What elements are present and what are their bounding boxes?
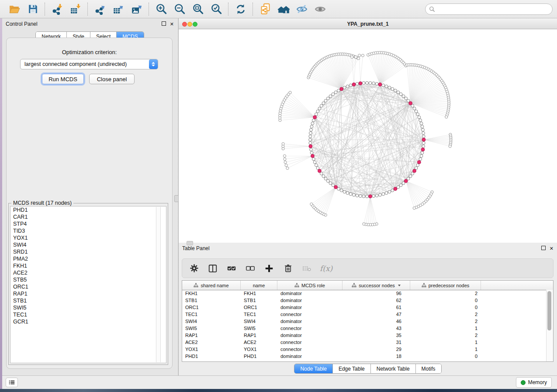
list-item[interactable]: PHD1 bbox=[10, 206, 166, 213]
table-row[interactable]: SWI4SWI4 dominator46 2 bbox=[182, 318, 553, 325]
select-all-rows-button[interactable] bbox=[226, 263, 237, 274]
search-input[interactable] bbox=[435, 6, 549, 13]
table-row[interactable]: FKH1FKH1 dominator96 2 bbox=[182, 290, 553, 297]
first-neighbors-button[interactable] bbox=[276, 2, 291, 17]
list-item[interactable]: TEC1 bbox=[10, 311, 166, 318]
criterion-dropdown[interactable]: largest connected component (undirected) bbox=[20, 59, 158, 69]
list-scrollbar[interactable] bbox=[156, 207, 161, 362]
table-settings-button[interactable] bbox=[188, 263, 200, 274]
create-column-button[interactable] bbox=[263, 263, 275, 274]
memory-label: Memory bbox=[528, 379, 547, 385]
table-row[interactable]: ACE2ACE2 connector31 1 bbox=[182, 339, 553, 346]
list-item[interactable]: FKH1 bbox=[10, 262, 166, 269]
list-item[interactable]: GCR1 bbox=[10, 318, 166, 325]
mcds-tab-content: Optimization criterion: largest connecte… bbox=[6, 38, 173, 369]
show-columns-button[interactable] bbox=[207, 263, 218, 274]
column-header-successor-nodes[interactable]: successor nodes bbox=[343, 281, 410, 290]
close-panel-icon[interactable]: ✕ bbox=[170, 22, 174, 27]
table-row[interactable]: PHD1PHD1 dominator18 0 bbox=[182, 353, 553, 360]
table-row[interactable]: STB1STB1 dominator62 0 bbox=[182, 297, 553, 304]
horizontal-splitter-grip[interactable] bbox=[187, 241, 193, 245]
list-item[interactable]: ORC1 bbox=[10, 283, 166, 290]
column-header-predecessor-nodes[interactable]: predecessor nodes bbox=[410, 281, 481, 290]
close-panel-button[interactable]: Close panel bbox=[89, 74, 135, 84]
select-all-checkboxes-icon bbox=[227, 264, 236, 273]
zoom-in-button[interactable] bbox=[154, 2, 169, 17]
mcds-result-title: MCDS result (17 nodes) bbox=[11, 200, 73, 206]
zoom-selected-icon bbox=[211, 3, 222, 15]
refresh-button[interactable] bbox=[233, 2, 248, 17]
import-table-button[interactable] bbox=[68, 2, 83, 17]
column-label: predecessor nodes bbox=[429, 283, 470, 288]
fit-content-button[interactable] bbox=[190, 2, 205, 17]
list-item[interactable]: ACE2 bbox=[10, 269, 166, 276]
table-row[interactable]: SWI5SWI5 connector43 1 bbox=[182, 325, 553, 332]
list-item[interactable]: RAP1 bbox=[10, 290, 166, 297]
column-header-shared-name[interactable]: shared name bbox=[182, 281, 241, 290]
table-row[interactable]: RAP1RAP1 dominator35 2 bbox=[182, 332, 553, 339]
plus-icon bbox=[264, 264, 274, 273]
network-canvas[interactable] bbox=[179, 29, 557, 243]
table-row[interactable]: TEC1TEC1 connector47 2 bbox=[182, 311, 553, 318]
clone-network-button[interactable] bbox=[258, 2, 273, 17]
import-network-button[interactable] bbox=[50, 2, 65, 17]
open-file-button[interactable] bbox=[7, 2, 22, 17]
close-panel-icon[interactable]: ✕ bbox=[550, 246, 554, 251]
delete-table-button-disabled bbox=[301, 263, 312, 274]
list-item[interactable]: SWI5 bbox=[10, 304, 166, 311]
tab-node-table[interactable]: Node Table bbox=[294, 364, 333, 373]
column-header-mcds-role[interactable]: MCDS role bbox=[277, 281, 343, 290]
list-item[interactable]: PMA2 bbox=[10, 255, 166, 262]
table-header-row: shared name name MCDS role bbox=[182, 281, 553, 290]
zoom-selected-button[interactable] bbox=[209, 2, 224, 17]
column-label: name bbox=[253, 283, 265, 288]
list-item[interactable]: SRD1 bbox=[10, 248, 166, 255]
deselect-all-rows-button[interactable] bbox=[245, 263, 256, 274]
network-window-titlebar[interactable]: YPA_prune.txt_1 bbox=[179, 18, 557, 29]
export-image-button[interactable] bbox=[129, 2, 144, 17]
export-table-icon bbox=[113, 3, 124, 15]
mcds-result-group: MCDS result (17 nodes) PHD1 CAR1 STP4 TI… bbox=[8, 203, 168, 365]
vertical-splitter-grip[interactable] bbox=[174, 195, 179, 202]
tab-edge-table[interactable]: Edge Table bbox=[333, 364, 371, 373]
delete-column-button[interactable] bbox=[282, 263, 294, 274]
export-image-icon bbox=[131, 3, 143, 15]
column-header-filler bbox=[481, 281, 553, 290]
table-scrollbar-thumb[interactable] bbox=[547, 291, 551, 330]
float-panel-icon[interactable] bbox=[541, 246, 546, 251]
run-mcds-button[interactable]: Run MCDS bbox=[42, 74, 84, 84]
table-row[interactable]: YOX1YOX1 connector29 1 bbox=[182, 346, 553, 353]
list-item[interactable]: YOX1 bbox=[10, 234, 166, 241]
tab-motifs[interactable]: Motifs bbox=[416, 364, 441, 373]
list-item[interactable]: TID3 bbox=[10, 227, 166, 234]
table-panel-header: Table Panel ✕ bbox=[179, 243, 557, 254]
table-toolbar: f(x) bbox=[182, 258, 554, 278]
columns-icon bbox=[208, 264, 218, 273]
criterion-dropdown-value: largest connected component (undirected) bbox=[21, 61, 149, 67]
column-header-name[interactable]: name bbox=[241, 281, 277, 290]
show-panel-list-button[interactable] bbox=[6, 378, 18, 387]
list-item[interactable]: STB5 bbox=[10, 276, 166, 283]
toolbar-search bbox=[425, 3, 553, 15]
tab-network-table[interactable]: Network Table bbox=[371, 364, 416, 373]
mcds-result-list[interactable]: PHD1 CAR1 STP4 TID3 YOX1 SWI4 SRD1 PMA2 … bbox=[10, 206, 166, 363]
attribute-tree-icon bbox=[352, 283, 356, 288]
export-table-button[interactable] bbox=[111, 2, 126, 17]
list-item[interactable]: SWI4 bbox=[10, 241, 166, 248]
deselect-all-checkboxes-icon bbox=[246, 264, 255, 273]
float-panel-icon[interactable] bbox=[162, 21, 166, 27]
list-item[interactable]: STP4 bbox=[10, 220, 166, 227]
hide-selected-button[interactable] bbox=[294, 2, 309, 17]
save-session-button[interactable] bbox=[25, 2, 40, 17]
main-toolbar bbox=[0, 0, 557, 18]
zoom-out-icon bbox=[174, 3, 186, 15]
list-item[interactable]: STB1 bbox=[10, 297, 166, 304]
table-row[interactable]: ORC1ORC1 dominator61 0 bbox=[182, 304, 553, 311]
table-scrollbar[interactable] bbox=[546, 290, 553, 361]
desktop-wallpaper-bottom bbox=[0, 389, 557, 392]
list-item[interactable]: CAR1 bbox=[10, 213, 166, 220]
export-network-button[interactable] bbox=[93, 2, 107, 17]
zoom-out-button[interactable] bbox=[172, 2, 187, 17]
show-all-button[interactable] bbox=[313, 2, 328, 17]
memory-button[interactable]: Memory bbox=[516, 377, 552, 388]
